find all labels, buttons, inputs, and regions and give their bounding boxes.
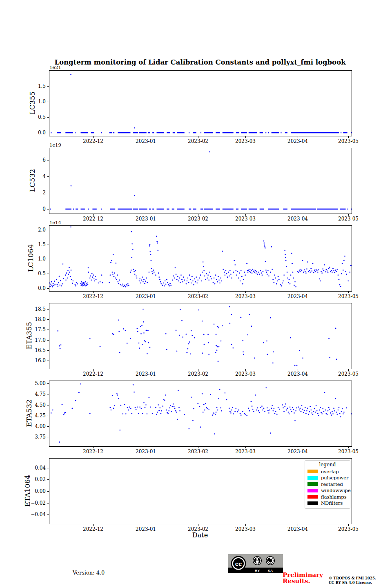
data-point — [220, 408, 221, 409]
data-point — [310, 272, 311, 273]
data-point — [148, 342, 149, 343]
data-point — [282, 404, 283, 405]
data-point — [261, 405, 263, 407]
data-point — [240, 413, 241, 414]
data-point — [274, 274, 276, 276]
data-point — [180, 274, 182, 276]
data-point — [262, 274, 263, 276]
data-point — [180, 309, 181, 310]
x-tick-mark — [298, 524, 298, 526]
zero-line-segment — [268, 132, 269, 134]
data-point — [144, 283, 145, 284]
data-point — [262, 410, 263, 411]
data-point — [257, 274, 258, 275]
data-point — [52, 410, 53, 411]
data-point — [204, 410, 205, 411]
y-tick-label: 1.5 — [28, 83, 46, 89]
data-point — [191, 330, 192, 332]
data-point — [140, 283, 141, 284]
data-point — [316, 270, 318, 272]
data-point — [116, 279, 117, 280]
data-point — [69, 272, 70, 273]
zero-line-segment — [80, 209, 85, 210]
data-point — [179, 335, 180, 336]
data-point — [332, 272, 333, 273]
zero-line-segment — [88, 209, 89, 210]
data-point — [133, 384, 134, 385]
zero-line-segment — [241, 132, 247, 134]
data-point — [306, 410, 307, 412]
data-point — [249, 271, 250, 272]
data-point — [245, 274, 246, 276]
y-tick-label: 0.0 — [28, 285, 46, 291]
data-point — [127, 343, 128, 344]
data-point — [203, 412, 204, 413]
data-point — [305, 272, 307, 274]
data-point — [59, 285, 60, 286]
data-point — [210, 276, 211, 277]
data-point — [76, 282, 77, 283]
data-point — [200, 274, 201, 276]
data-point — [290, 283, 291, 285]
x-tick-mark — [93, 292, 94, 293]
data-point — [134, 392, 135, 393]
data-point — [217, 410, 218, 411]
data-point — [313, 272, 314, 273]
zero-line-segment — [268, 209, 279, 210]
x-tick-label: 2023-02 — [184, 526, 212, 532]
data-point — [60, 344, 62, 345]
sa-arrow-icon — [266, 556, 275, 565]
y-tick-mark — [47, 491, 49, 492]
zero-line-segment — [57, 132, 61, 134]
copyright-line2: CC BY SA 4.0 License. — [329, 581, 376, 585]
data-point — [73, 281, 74, 282]
data-point — [165, 284, 167, 285]
data-point — [58, 282, 59, 283]
data-point — [321, 412, 322, 413]
data-point — [241, 270, 242, 272]
data-point — [281, 285, 282, 287]
zero-line-segment — [109, 132, 112, 134]
data-point — [264, 243, 265, 244]
data-point — [310, 268, 312, 269]
data-point — [57, 286, 58, 287]
data-point — [243, 351, 244, 352]
data-point — [179, 410, 180, 412]
data-point — [291, 253, 292, 254]
y-tick-mark — [47, 274, 49, 274]
zero-line-segment — [139, 209, 147, 210]
data-point — [75, 285, 76, 287]
data-point — [289, 413, 290, 414]
data-point — [70, 74, 71, 75]
data-point — [152, 273, 154, 274]
zero-line-segment — [113, 132, 114, 134]
data-point — [330, 271, 331, 272]
data-point — [111, 272, 113, 273]
x-tick-label: 2023-05 — [334, 449, 363, 454]
data-point — [130, 338, 131, 339]
data-point — [328, 268, 330, 270]
flashlamps-swatch-icon — [307, 495, 318, 499]
zero-line-segment — [172, 209, 174, 210]
data-point — [177, 276, 178, 277]
data-point — [294, 281, 296, 283]
data-point — [208, 409, 209, 410]
data-point — [169, 285, 170, 287]
data-point — [200, 427, 201, 428]
data-point — [267, 274, 268, 275]
y-tick-mark — [47, 86, 49, 87]
y-tick-mark — [47, 468, 49, 468]
x-tick-label: 2023-02 — [184, 449, 212, 454]
data-point — [267, 408, 268, 409]
data-point — [117, 394, 118, 396]
data-point — [243, 354, 244, 355]
data-point — [313, 411, 314, 412]
data-point — [217, 326, 218, 327]
data-point — [176, 279, 178, 280]
data-point — [94, 278, 95, 280]
data-point — [141, 280, 142, 281]
legend-label: overlap — [321, 469, 339, 474]
data-point — [242, 340, 243, 341]
x-tick-label: 2023-04 — [283, 294, 312, 299]
y-tick-label: 16.5 — [28, 347, 46, 353]
